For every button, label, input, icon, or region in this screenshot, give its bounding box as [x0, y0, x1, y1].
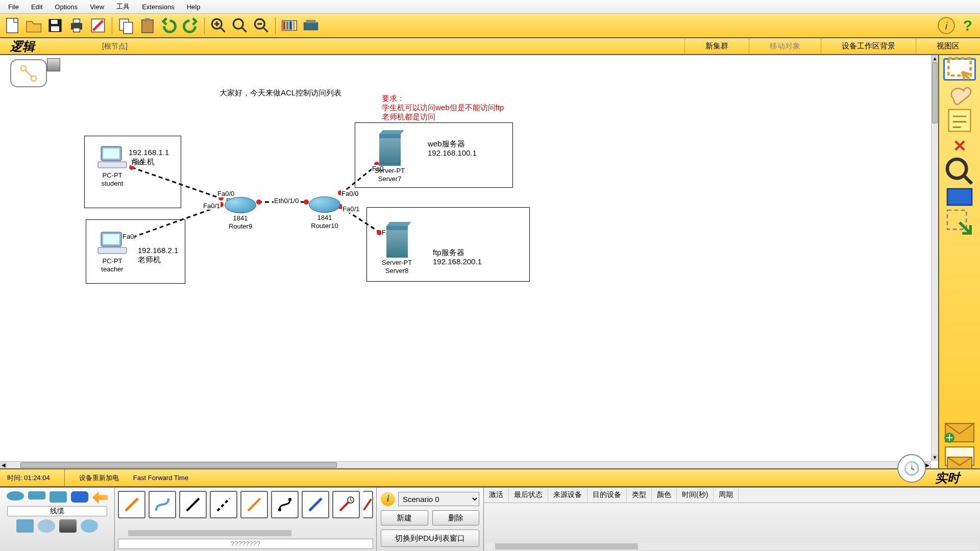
palette-router-icon[interactable]	[7, 491, 24, 500]
menu-bar: File Edit Options View 工具 Extensions Hel…	[0, 0, 980, 14]
menu-options[interactable]: Options	[48, 2, 84, 12]
power-cycle-button[interactable]: 设备重新加电	[79, 473, 119, 483]
pdu-col-time[interactable]: 时间(秒)	[677, 488, 714, 503]
undo-icon[interactable]	[159, 15, 179, 36]
palette-multiuser-icon[interactable]	[81, 519, 98, 533]
navigation-thumbnail[interactable]	[10, 59, 47, 87]
menu-extensions[interactable]: Extensions	[136, 2, 181, 12]
realtime-mode-icon[interactable]: 🕓	[897, 454, 926, 483]
add-simple-pdu-tool[interactable]: +	[943, 420, 976, 443]
cable-phone[interactable]	[271, 491, 299, 518]
info-icon[interactable]: i	[936, 15, 957, 36]
scenario-new-button[interactable]: 新建	[381, 510, 428, 525]
zoom-out-icon[interactable]	[251, 15, 272, 36]
move-tool[interactable]	[943, 84, 976, 106]
server-type: Server-PT	[382, 259, 412, 267]
requirement-note-2: 学生机可以访问web但是不能访问ftp	[382, 103, 504, 113]
zoom-reset-icon[interactable]	[230, 15, 250, 36]
new-file-icon[interactable]	[2, 15, 22, 36]
print-icon[interactable]	[66, 15, 87, 36]
device-router10[interactable]: 1841 Router10	[309, 196, 340, 231]
pdu-scrollbar[interactable]	[485, 543, 979, 550]
server7-ip: 192.168.100.1	[428, 148, 477, 157]
vertical-scrollbar[interactable]: ▲▼	[931, 55, 938, 461]
router-name: Router10	[309, 222, 340, 230]
viewport-button[interactable]: 视图区	[916, 38, 980, 55]
server-name: Server7	[375, 175, 405, 183]
menu-help[interactable]: Help	[181, 2, 207, 12]
pc-teacher-role: 老师机	[138, 255, 161, 265]
cable-fiber[interactable]	[240, 491, 268, 518]
paste-icon[interactable]	[137, 15, 158, 36]
cable-serial-dce[interactable]	[332, 491, 360, 518]
cable-scrollbar[interactable]	[118, 530, 373, 537]
palette-custom-icon[interactable]	[59, 519, 77, 533]
resize-tool[interactable]	[943, 211, 976, 234]
device-dialog-icon[interactable]	[301, 15, 321, 36]
add-complex-pdu-tool[interactable]	[943, 446, 976, 468]
svg-rect-5	[74, 19, 80, 23]
palette-hub-icon[interactable]	[50, 491, 67, 503]
pdu-col-period[interactable]: 周期	[714, 488, 739, 503]
svg-point-48	[288, 498, 291, 501]
scenario-info-icon[interactable]: i	[381, 492, 395, 506]
workspace-canvas[interactable]: 大家好，今天来做ACL控制访问列表 要求： 学生机可以访问web但是不能访问ft…	[0, 55, 938, 468]
device-palette: 线缆	[0, 488, 115, 551]
palette-switch-icon[interactable]	[28, 491, 45, 499]
help-icon[interactable]: ?	[958, 15, 978, 36]
toggle-pdu-list-button[interactable]: 切换到PDU列表窗口	[381, 530, 479, 547]
draw-rect-tool[interactable]	[943, 186, 976, 208]
pdu-list-panel: 激活 最后状态 来源设备 目的设备 类型 颜色 时间(秒) 周期	[484, 488, 980, 551]
open-file-icon[interactable]	[23, 15, 44, 36]
device-server8[interactable]: Server-PT Server8	[382, 226, 412, 276]
palette-connections-icon[interactable]	[92, 491, 108, 504]
zoom-in-icon[interactable]	[208, 15, 229, 36]
move-object-button[interactable]: 移动对象	[749, 38, 821, 55]
pdu-col-fire[interactable]: 激活	[484, 488, 509, 503]
palette-icon[interactable]	[279, 15, 300, 36]
device-server7[interactable]: Server-PT Server7	[375, 134, 405, 184]
scenario-select[interactable]: Scenario 0	[398, 492, 479, 506]
menu-file[interactable]: File	[2, 2, 25, 12]
pdu-col-source[interactable]: 来源设备	[548, 488, 587, 503]
menu-view[interactable]: View	[84, 2, 110, 12]
cable-straight[interactable]	[179, 491, 207, 518]
pc-type: PC-PT	[97, 257, 128, 265]
device-pc-student[interactable]: PC-PT student	[97, 144, 128, 188]
device-pc-teacher[interactable]: PC-PT teacher	[97, 230, 128, 274]
server-name: Server8	[382, 267, 412, 275]
copy-icon[interactable]	[116, 15, 136, 36]
server8-ip: 192.168.200.1	[433, 257, 482, 266]
cable-auto[interactable]	[118, 491, 145, 518]
palette-cloud-icon[interactable]	[38, 519, 55, 533]
save-icon[interactable]	[45, 15, 65, 36]
fast-forward-button[interactable]: Fast Forward Time	[133, 474, 188, 482]
cable-coax[interactable]	[302, 491, 329, 518]
note-tool[interactable]	[943, 109, 976, 132]
select-tool[interactable]	[943, 58, 976, 81]
new-cluster-button[interactable]: 新集群	[684, 38, 749, 55]
menu-tools[interactable]: 工具	[110, 1, 136, 13]
breadcrumb-root[interactable]: [根节点]	[102, 42, 128, 51]
wizard-icon[interactable]	[88, 15, 108, 36]
pdu-col-color[interactable]: 颜色	[652, 488, 677, 503]
redo-icon[interactable]	[180, 15, 201, 36]
delete-tool[interactable]: ✕	[943, 135, 976, 157]
palette-end-device-icon[interactable]	[16, 519, 34, 533]
menu-edit[interactable]: Edit	[25, 2, 48, 12]
pdu-col-dest[interactable]: 目的设备	[587, 488, 627, 503]
inspect-tool[interactable]	[943, 160, 976, 183]
scenario-delete-button[interactable]: 删除	[432, 510, 480, 525]
pdu-col-status[interactable]: 最后状态	[509, 488, 548, 503]
palette-wireless-icon[interactable]	[71, 491, 88, 503]
set-background-button[interactable]: 设备工作区背景	[821, 38, 916, 55]
horizontal-scrollbar[interactable]: ◀▶	[0, 461, 931, 468]
device-router9[interactable]: 1841 Router9	[225, 197, 256, 231]
cable-serial-dte[interactable]	[363, 491, 373, 518]
server-type: Server-PT	[375, 167, 405, 175]
cable-console[interactable]	[149, 491, 176, 518]
pdu-col-type[interactable]: 类型	[627, 488, 652, 503]
realtime-label: 实时	[935, 470, 960, 486]
cable-cross[interactable]	[210, 491, 237, 518]
logical-tab[interactable]: 逻辑	[10, 38, 35, 55]
